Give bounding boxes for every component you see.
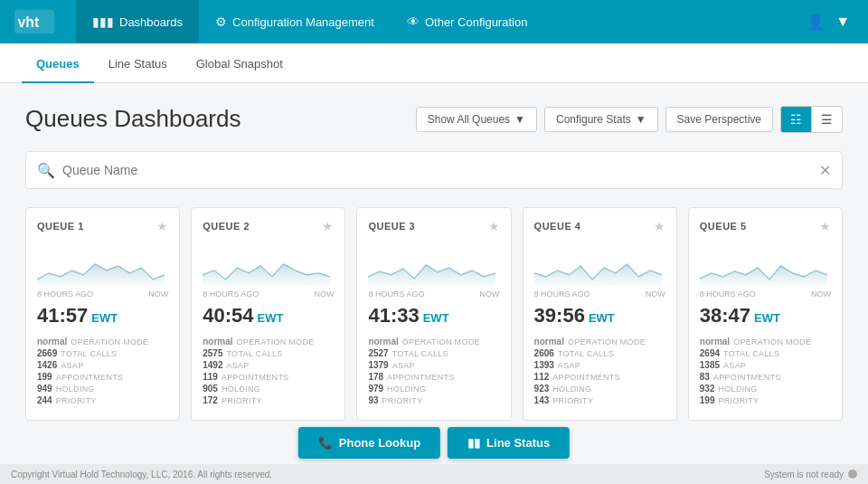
nav-config-mgmt[interactable]: ⚙ Configuration Management (199, 0, 391, 43)
asap-value: 1393 (534, 360, 554, 370)
total-calls-value: 2575 (203, 348, 222, 358)
ewt-label: EWT (754, 311, 780, 325)
priority-row: 143 PRIORITY (534, 395, 665, 405)
show-queues-button[interactable]: Show All Queues ▼ (416, 107, 537, 132)
search-clear-icon[interactable]: ✕ (819, 162, 831, 179)
tab-queues[interactable]: Queues (22, 46, 94, 83)
grid-view-button[interactable]: ☷ (781, 107, 812, 132)
mode-row: normal OPERATION MODE (700, 337, 831, 346)
card-header: QUEUE 2 ★ (203, 219, 334, 233)
queue-card-q1[interactable]: QUEUE 1 ★ 8 HOURS AGO NOW 41:57 (25, 207, 180, 421)
dropdown-caret-icon: ▼ (514, 113, 525, 126)
ewt-label: EWT (423, 311, 449, 325)
asap-label: ASAP (61, 361, 83, 370)
queue-card-q4[interactable]: QUEUE 4 ★ 8 HOURS AGO NOW 39:56 (523, 207, 677, 421)
ewt-time: 40:54 (203, 304, 253, 327)
appointments-label: APPOINTMENTS (56, 373, 124, 382)
bottom-bar: 📞 Phone Lookup ▮▮ Line Status (298, 427, 570, 442)
total-calls-label: TOTAL CALLS (226, 349, 282, 358)
mode-row: normal OPERATION MODE (37, 337, 168, 346)
sparkline (534, 239, 665, 286)
configure-stats-button[interactable]: Configure Stats ▼ (544, 107, 658, 132)
user-icon[interactable]: 👤 (803, 10, 828, 34)
priority-row: 244 PRIORITY (37, 395, 168, 405)
priority-label: PRIORITY (382, 396, 423, 405)
mode-row: normal OPERATION MODE (203, 337, 334, 346)
asap-label: ASAP (723, 361, 746, 370)
gear-icon: ⚙ (215, 14, 227, 29)
holding-row: 949 HOLDING (37, 384, 168, 394)
star-icon[interactable]: ★ (488, 219, 500, 233)
star-icon[interactable]: ★ (322, 219, 334, 233)
priority-label: PRIORITY (222, 396, 262, 405)
priority-label: PRIORITY (552, 396, 593, 405)
sparkline-label-right: NOW (811, 289, 831, 299)
total-calls-label: TOTAL CALLS (392, 349, 448, 358)
nav-dashboards[interactable]: ▮▮▮ Dashboards (76, 0, 199, 43)
star-icon[interactable]: ★ (156, 219, 168, 233)
mode-label: OPERATION MODE (237, 337, 315, 346)
total-calls-row: 2606 TOTAL CALLS (534, 348, 665, 358)
holding-value: 949 (37, 384, 52, 394)
asap-value: 1379 (368, 360, 388, 370)
total-calls-label: TOTAL CALLS (61, 349, 117, 358)
list-view-button[interactable]: ☰ (812, 107, 842, 132)
card-header: QUEUE 5 ★ (700, 219, 831, 233)
appointments-value: 199 (37, 372, 52, 382)
mode-row: normal OPERATION MODE (368, 337, 499, 346)
tabs-bar: Queues Line Status Global Snapshot (0, 43, 868, 83)
logo[interactable]: vht (14, 9, 69, 34)
ewt-label: EWT (257, 311, 283, 325)
page-title: Queues Dashboards (25, 105, 241, 133)
holding-row: 923 HOLDING (534, 384, 665, 394)
appointments-row: 83 APPOINTMENTS (700, 372, 831, 382)
sparkline-label-right: NOW (646, 289, 665, 299)
sparkline-label-left: 8 HOURS AGO (37, 289, 93, 299)
search-icon: 🔍 (37, 162, 55, 179)
appointments-label: APPOINTMENTS (387, 373, 455, 382)
nav-other-config[interactable]: 👁 Other Configuration (391, 0, 543, 43)
ewt-label: EWT (589, 311, 615, 325)
ewt-row: 40:54 EWT (203, 304, 334, 327)
search-container: 🔍 ✕ (25, 151, 843, 189)
ewt-time: 41:33 (368, 304, 419, 327)
priority-value: 244 (37, 395, 52, 405)
svg-text:vht: vht (18, 14, 40, 30)
sparkline-label-left: 8 HOURS AGO (203, 289, 259, 299)
appointments-row: 199 APPOINTMENTS (37, 372, 168, 382)
top-nav: vht ▮▮▮ Dashboards ⚙ Configuration Manag… (0, 0, 868, 43)
ewt-row: 38:47 EWT (700, 304, 831, 327)
total-calls-value: 2694 (700, 348, 720, 358)
asap-row: 1426 ASAP (37, 360, 168, 370)
queue-card-q3[interactable]: QUEUE 3 ★ 8 HOURS AGO NOW 41:33 (356, 207, 511, 421)
card-header: QUEUE 1 ★ (37, 219, 168, 233)
ewt-label: EWT (91, 311, 118, 325)
star-icon[interactable]: ★ (654, 219, 665, 233)
nav-caret-icon[interactable]: ▼ (832, 10, 854, 33)
save-perspective-button[interactable]: Save Perspective (665, 107, 773, 132)
tab-line-status[interactable]: Line Status (94, 46, 182, 83)
sparkline-label-right: NOW (148, 289, 168, 299)
tab-global-snapshot[interactable]: Global Snapshot (182, 46, 297, 83)
search-input[interactable] (62, 163, 819, 177)
holding-value: 932 (700, 384, 715, 394)
asap-label: ASAP (226, 361, 249, 370)
bar-chart-icon: ▮▮▮ (92, 14, 114, 29)
star-icon[interactable]: ★ (819, 219, 831, 233)
card-header: QUEUE 4 ★ (534, 219, 665, 233)
sparkline-label-left: 8 HOURS AGO (534, 289, 590, 299)
priority-label: PRIORITY (719, 396, 760, 405)
queue-card-q5[interactable]: QUEUE 5 ★ 8 HOURS AGO NOW 38:47 (688, 207, 843, 421)
appointments-label: APPOINTMENTS (552, 373, 620, 382)
phone-lookup-button[interactable]: 📞 Phone Lookup (298, 427, 440, 442)
total-calls-row: 2527 TOTAL CALLS (368, 348, 499, 358)
appointments-row: 119 APPOINTMENTS (203, 372, 334, 382)
line-status-button[interactable]: ▮▮ Line Status (448, 427, 570, 442)
holding-row: 905 HOLDING (203, 384, 334, 394)
card-title: QUEUE 2 (203, 221, 250, 232)
queue-card-q2[interactable]: QUEUE 2 ★ 8 HOURS AGO NOW 40:54 (191, 207, 345, 421)
total-calls-label: TOTAL CALLS (723, 349, 779, 358)
asap-row: 1379 ASAP (368, 360, 499, 370)
priority-value: 93 (368, 395, 378, 405)
appointments-label: APPOINTMENTS (713, 373, 781, 382)
